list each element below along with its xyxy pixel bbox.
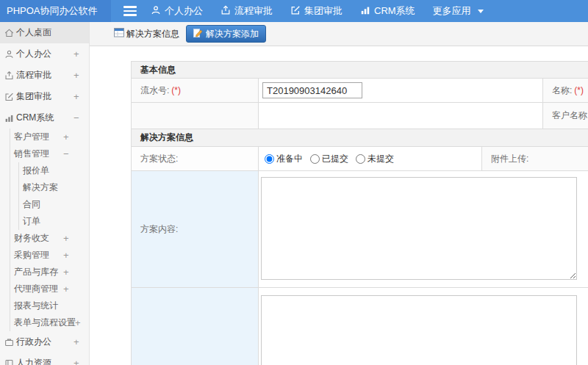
menu-toggle-icon[interactable] [123,6,137,16]
expand-icon[interactable]: + [74,92,79,101]
nav-workflow-approval[interactable]: 流程审批 [220,4,273,18]
share-arrow-icon [4,71,14,80]
briefcase-icon [4,337,14,347]
edit-square-icon [4,92,14,101]
bar-chart-icon [360,5,370,18]
form-row-serial: 流水号: (*) 名称: (*) [131,79,588,103]
radio-preparing[interactable] [265,154,274,164]
expand-icon[interactable]: + [63,234,69,243]
caret-down-icon [478,10,484,13]
app-logo[interactable]: PHPOA协同办公软件 [0,0,111,22]
collapse-icon[interactable]: − [63,149,69,159]
nav-crm-system[interactable]: CRM系统 [360,4,415,18]
book-icon [4,358,14,365]
top-navigation: 个人办公 流程审批 集团审批 CRM系统 更多应用 [151,0,501,22]
empty-field-cell [259,103,543,129]
required-mark: (*) [574,85,584,95]
sidebar-item-finance[interactable]: 财务收支 + [0,230,89,247]
expand-icon[interactable]: + [74,337,79,347]
expand-icon[interactable]: + [63,284,69,294]
expand-icon[interactable]: + [74,49,79,59]
user-icon [4,49,14,59]
sidebar-item-group-approval[interactable]: 集团审批 + [0,86,89,107]
sidebar: 个人桌面 个人办公 + 流程审批 + 集团审批 + CRM系统 − 客户管理 +… [0,22,90,365]
attachment-label-cell: 附件上传: [482,147,588,170]
top-bar: PHPOA协同办公软件 个人办公 流程审批 集团审批 CRM系统 更多应用 [0,0,588,22]
sidebar-item-customer-management[interactable]: 客户管理 + [0,129,89,145]
feedback-textarea[interactable] [261,295,577,365]
radio-option-preparing[interactable]: 准备中 [265,153,303,165]
sidebar-item-sales-management[interactable]: 销售管理 − [0,145,89,162]
pencil-doc-icon [193,29,203,40]
bar-chart-icon [4,113,14,123]
customer-name-label-cell: 客户名称: (*) [543,103,588,129]
tab-solution-add-active[interactable]: 解决方案添加 [186,25,266,43]
collapse-icon[interactable]: − [74,113,79,123]
edit-square-icon [290,5,301,18]
sidebar-item-administration[interactable]: 行政办公 + [0,331,89,353]
radio-option-submitted[interactable]: 已提交 [310,153,348,165]
nav-group-approval[interactable]: 集团审批 [290,4,343,18]
radio-unsubmitted[interactable] [356,154,365,164]
expand-icon[interactable]: + [63,267,69,277]
section-header-basic-info: 基本信息 [131,61,588,79]
sidebar-item-quotation[interactable]: 报价单 [0,162,89,179]
sidebar-item-desktop[interactable]: 个人桌面 [0,22,89,43]
sidebar-item-form-workflow-settings[interactable]: 表单与流程设置 + [0,314,89,331]
content-textarea[interactable] [261,177,577,280]
empty-label-cell [132,103,259,129]
table-window-icon [114,28,124,40]
expand-icon[interactable]: + [74,71,79,80]
sidebar-item-products-inventory[interactable]: 产品与库存 + [0,264,89,281]
sidebar-item-reports-statistics[interactable]: 报表与统计 [0,297,89,314]
expand-icon[interactable]: + [74,358,79,365]
sidebar-item-human-resources[interactable]: 人力资源 + [0,353,89,365]
radio-submitted[interactable] [310,154,320,164]
status-radio-group: 准备中 已提交 未提交 [259,147,482,170]
name-label-cell: 名称: (*) [543,79,588,102]
form-row-status: 方案状态: 准备中 已提交 未提交 附件上传: [131,147,588,171]
sidebar-item-personal-office[interactable]: 个人办公 + [0,43,89,65]
user-icon [151,5,161,18]
feedback-label-cell: 客户反馈: [132,288,259,365]
expand-icon[interactable]: + [63,250,69,260]
share-arrow-icon [220,5,231,18]
tab-solution-info[interactable]: 解决方案信息 [114,28,179,40]
form-row-content: 方案内容: [131,171,588,288]
home-icon [4,28,14,37]
tab-strip: 解决方案信息 解决方案添加 [90,22,588,46]
expand-icon[interactable]: + [63,132,69,142]
status-label-cell: 方案状态: [132,147,259,170]
sidebar-item-order[interactable]: 订单 [0,213,89,230]
section-header-solution-info: 解决方案信息 [131,129,588,147]
form-row-feedback: 客户反馈: [131,288,588,365]
nav-more-apps[interactable]: 更多应用 [433,4,484,18]
serial-label-cell: 流水号: (*) [132,79,259,102]
required-mark: (*) [171,85,181,95]
sidebar-item-crm-system[interactable]: CRM系统 − [0,107,89,129]
form-row-customer-name: 客户名称: (*) [131,103,588,129]
serial-number-input[interactable] [262,82,362,98]
sidebar-item-solution[interactable]: 解决方案 [0,179,89,196]
content-label-cell: 方案内容: [132,171,259,287]
sidebar-item-procurement[interactable]: 采购管理 + [0,247,89,264]
nav-personal-office[interactable]: 个人办公 [151,4,203,18]
sidebar-item-contract[interactable]: 合同 [0,196,89,213]
sidebar-item-workflow-approval[interactable]: 流程审批 + [0,65,89,86]
expand-icon[interactable]: + [75,318,81,328]
radio-option-unsubmitted[interactable]: 未提交 [356,153,394,165]
sidebar-item-agent-management[interactable]: 代理商管理 + [0,281,89,297]
